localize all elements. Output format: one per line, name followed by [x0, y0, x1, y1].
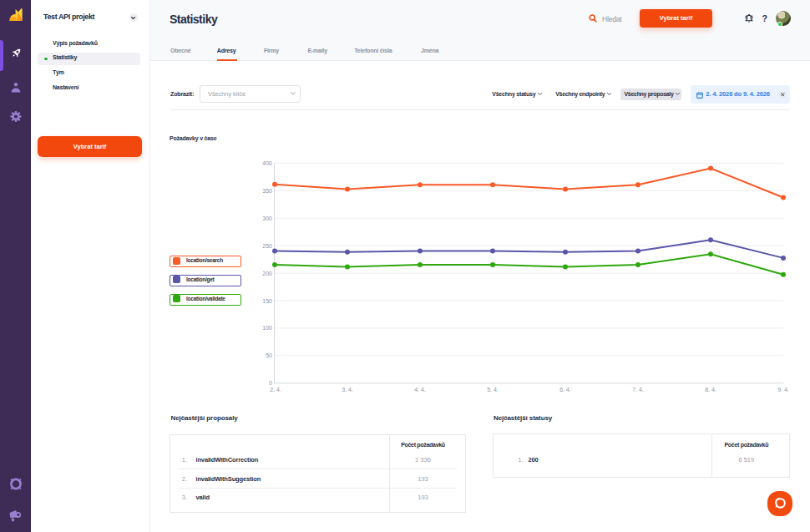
svg-text:100: 100	[262, 325, 272, 331]
svg-text:6. 4.: 6. 4.	[559, 387, 571, 393]
svg-text:7. 4.: 7. 4.	[632, 387, 644, 393]
svg-text:2. 4.: 2. 4.	[270, 387, 281, 393]
svg-text:400: 400	[262, 160, 272, 166]
svg-text:8. 4.: 8. 4.	[705, 387, 716, 393]
svg-text:3. 4.: 3. 4.	[342, 387, 353, 393]
svg-text:50: 50	[266, 352, 272, 358]
svg-text:0: 0	[269, 380, 272, 386]
svg-text:4. 4.: 4. 4.	[414, 387, 426, 393]
svg-text:5. 4.: 5. 4.	[487, 387, 499, 393]
svg-text:9. 4.: 9. 4.	[777, 387, 789, 393]
svg-text:150: 150	[262, 298, 272, 304]
svg-text:250: 250	[262, 243, 272, 249]
svg-text:200: 200	[262, 271, 272, 276]
svg-text:350: 350	[262, 188, 272, 194]
svg-text:300: 300	[262, 215, 272, 221]
